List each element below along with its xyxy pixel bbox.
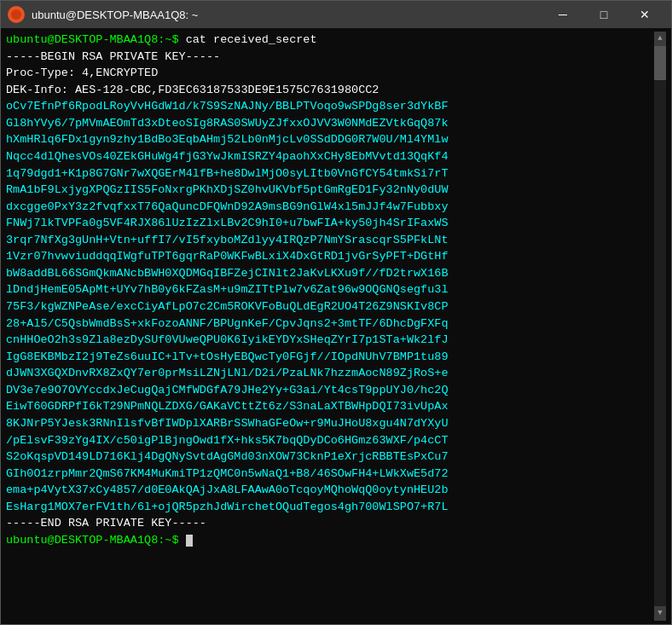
terminal-line: /pElsvF39zYg4IX/c50igPlBjngOwd1fX+hks5K7…	[6, 432, 654, 449]
terminal-line: DV3e7e9O7OVYccdxJeCugQajCMfWDGfA79JHe2Yy…	[6, 382, 654, 399]
terminal-line: dJWN3XGQXDnvRX8ZxQY7er0prMsiLZNjLNl/D2i/…	[6, 365, 654, 382]
command-line: ubuntu@DESKTOP-MBAA1Q8:~$ cat received_s…	[6, 32, 654, 49]
terminal-line: 28+Al5/C5QsbWmdBsS+xkFozoANNF/BPUgnKeF/C…	[6, 315, 654, 333]
terminal-line: 1Vzr07hvwviuddqqIWgfuTPT6gqrRaP0WKFwBLxi…	[6, 248, 654, 265]
scroll-down-arrow[interactable]: ▼	[654, 606, 666, 621]
scrollbar-thumb[interactable]	[654, 46, 666, 80]
terminal-line: -----BEGIN RSA PRIVATE KEY-----	[6, 49, 654, 66]
scrollbar-track[interactable]	[654, 46, 666, 606]
terminal-area[interactable]: ubuntu@DESKTOP-MBAA1Q8:~$ cat received_s…	[1, 28, 671, 624]
terminal-line: bW8addBL66SGmQkmANcbBWH0XQDMGqIBFZejCINl…	[6, 265, 654, 282]
terminal-line: 75F3/kgWZNPeAse/excCiyAfLpO7c2Cm5ROKVFoB…	[6, 298, 654, 315]
terminal-line: FNWj7lkTVPFa0g5VF4RJX86lUzIzZlxLBv2C9hI0…	[6, 215, 654, 232]
terminal-line: Proc-Type: 4,ENCRYPTED	[6, 65, 654, 82]
scroll-up-arrow[interactable]: ▲	[654, 32, 666, 46]
terminal-line: hXmHRlq6FDx1gyn9zhy1BdBo3EqbAHmj52Lb0nMj…	[6, 131, 654, 148]
terminal-line: Nqcc4dlQhesVOs40ZEkGHuWg4fjG3YwJkmISRZY4…	[6, 148, 654, 165]
terminal-line: IgG8EKBMbzI2j9TeZs6uuIC+lTv+tOsHyEBQwcTy…	[6, 349, 654, 366]
ubuntu-icon	[8, 6, 25, 23]
terminal-line: lDndjHemE05ApMt+UYv7hB0y6kFZasM+u9mZITtP…	[6, 281, 654, 298]
terminal-line: -----END RSA PRIVATE KEY-----	[6, 515, 654, 532]
command-text: cat received_secret	[186, 33, 317, 46]
terminal-line: 8KJNrP5YJesk3RNnIlsfvBfIWDplXARBrSSWhaGF…	[6, 415, 654, 432]
terminal-content: ubuntu@DESKTOP-MBAA1Q8:~$ cat received_s…	[6, 32, 654, 621]
scrollbar[interactable]: ▲ ▼	[654, 32, 666, 621]
close-button[interactable]: ✕	[625, 1, 664, 28]
terminal-line: RmA1bF9LxjygXPQGzIIS5FoNxrgPKhXDjSZ0hvUK…	[6, 182, 654, 199]
prompt2: ubuntu@DESKTOP-MBAA1Q8:~$	[6, 534, 186, 547]
maximize-button[interactable]: □	[584, 1, 623, 28]
terminal-line: DEK-Info: AES-128-CBC,FD3EC63187533DE9E1…	[6, 82, 654, 99]
terminal-output: -----BEGIN RSA PRIVATE KEY-----Proc-Type…	[6, 49, 654, 532]
cursor	[186, 535, 193, 547]
terminal-line: cnHHOeO2h3s9Zla8ezDySUf0VUweQPU0K6IyikEY…	[6, 332, 654, 349]
terminal-line: EsHarg1MOX7erFV1th/6l+ojQR5pzhJdWirchetO…	[6, 499, 654, 516]
window-title: ubuntu@DESKTOP-MBAA1Q8: ~	[32, 9, 543, 21]
terminal-line: S2oKqspVD149LD716Klj4DgQNySvtdAgGMd03nXO…	[6, 448, 654, 466]
minimize-button[interactable]: ─	[543, 1, 582, 28]
final-prompt-line: ubuntu@DESKTOP-MBAA1Q8:~$	[6, 532, 654, 549]
titlebar: ubuntu@DESKTOP-MBAA1Q8: ~ ─ □ ✕	[1, 1, 671, 28]
terminal-line: EiwT60GDRPfI6kT29NPmNQLZDXG/GAKaVCttZt6z…	[6, 398, 654, 415]
terminal-line: GIh0O1zrpMmr2QmS67KM4MuKmiTP1zQMC0n5wNaQ…	[6, 466, 654, 483]
ubuntu-icon-inner	[11, 9, 21, 20]
terminal-line: Gl8hYVy6/7pMVmAEOmTd3xDteoSIg8RAS0SWUyZJ…	[6, 115, 654, 132]
terminal-window: ubuntu@DESKTOP-MBAA1Q8: ~ ─ □ ✕ ubuntu@D…	[0, 0, 672, 625]
terminal-line: 3rqr7NfXg3gUnH+Vtn+uffI7/vI5fxyboMZdlyy4…	[6, 232, 654, 249]
terminal-line: ema+p4VytX37xCy4857/d0E0AkQAjJxA8LFAAwA0…	[6, 482, 654, 499]
window-controls: ─ □ ✕	[543, 1, 664, 28]
terminal-line: oCv7EfnPf6RpodLRoyVvHGdW1d/k7S9SzNAJNy/B…	[6, 98, 654, 115]
terminal-line: dxcgge0PxY3z2fvqfxxT76QaQuncDFQWnD92A9ms…	[6, 199, 654, 216]
terminal-line: 1q79dgd1+K1p8G7GNr7wXQGErM4lfB+he8DwlMjO…	[6, 165, 654, 182]
prompt1: ubuntu@DESKTOP-MBAA1Q8:~$	[6, 33, 186, 46]
